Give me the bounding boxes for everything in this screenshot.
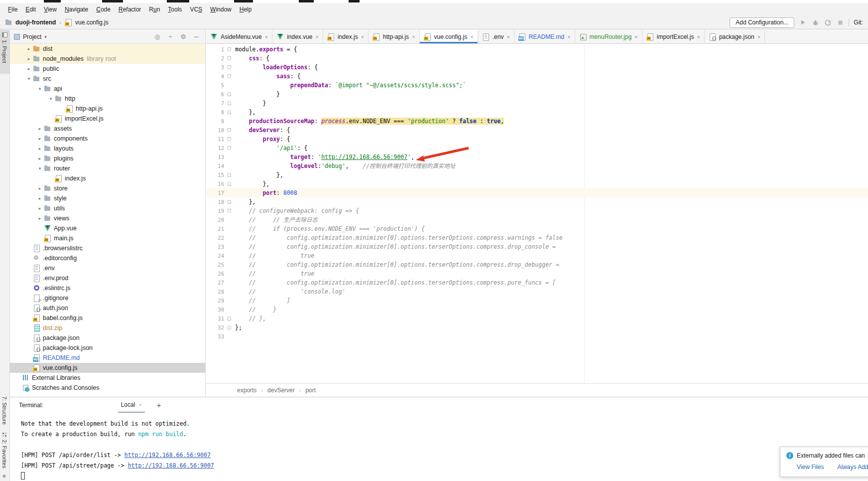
tree-chevron-icon[interactable]: ▸: [36, 196, 44, 201]
tree-chevron-icon[interactable]: ▸: [36, 216, 44, 221]
gear-icon[interactable]: ⚙: [178, 33, 188, 40]
tree-item-scratches-and-consoles[interactable]: Scratches and Consoles: [10, 383, 205, 393]
tab-importexcel-js[interactable]: importExcel.js×: [642, 30, 705, 43]
tab-close-icon[interactable]: ×: [634, 34, 637, 40]
debug-icon[interactable]: [811, 18, 819, 26]
tree-item-http[interactable]: ▾http: [10, 94, 205, 104]
tab-readme-md[interactable]: README.md×: [514, 30, 575, 43]
fold-marker-icon[interactable]: [224, 197, 234, 206]
tree-item-index-js[interactable]: index.js: [10, 173, 205, 183]
breadcrumb-exports[interactable]: exports: [237, 387, 256, 394]
tab-close-icon[interactable]: ×: [506, 34, 509, 40]
menu-file[interactable]: File: [4, 4, 21, 15]
chevron-down-icon[interactable]: ▾: [44, 34, 47, 39]
tree-item-views[interactable]: ▸views: [10, 213, 205, 223]
menu-run[interactable]: Run: [145, 4, 164, 15]
tab-index-vue[interactable]: index.vue×: [272, 30, 323, 43]
fold-marker-icon[interactable]: [224, 63, 234, 72]
breadcrumb-file[interactable]: vue.config.js: [75, 19, 109, 26]
tree-item-package-json[interactable]: package.json: [10, 333, 205, 343]
tree-item-http-api-js[interactable]: http-api.js: [10, 104, 205, 114]
tree-item-store[interactable]: ▸store: [10, 183, 205, 193]
tree-item-readme-md[interactable]: README.md: [10, 353, 205, 363]
tab-menurouter-jpg[interactable]: menuRouter.jpg×: [575, 30, 642, 43]
tree-chevron-icon[interactable]: ▸: [36, 156, 44, 161]
tree-chevron-icon[interactable]: ▾: [36, 166, 44, 171]
stop-icon[interactable]: [836, 18, 844, 26]
tree-item-layouts[interactable]: ▸layouts: [10, 144, 205, 154]
tree-item-assets[interactable]: ▸assets: [10, 124, 205, 134]
project-panel-title[interactable]: Project: [23, 33, 41, 40]
fold-marker-icon[interactable]: [224, 314, 234, 323]
tree-item-public[interactable]: ▸public: [10, 64, 205, 74]
tree-item-package-lock-json[interactable]: package-lock.json: [10, 343, 205, 353]
fold-marker-icon[interactable]: [224, 179, 234, 188]
tree-chevron-icon[interactable]: ▸: [36, 126, 44, 131]
fold-marker-icon[interactable]: [224, 135, 234, 144]
terminal-output[interactable]: Note that the development build is not o…: [10, 413, 868, 481]
tab-close-icon[interactable]: ×: [265, 34, 268, 40]
favorites-star-icon[interactable]: ★: [1, 473, 7, 480]
tree-chevron-icon[interactable]: ▸: [25, 56, 33, 61]
tree-item-dist[interactable]: ▸dist: [10, 44, 205, 54]
tree-item-plugins[interactable]: ▸plugins: [10, 154, 205, 163]
tree-item-app-vue[interactable]: App.vue: [10, 223, 205, 233]
tab-close-icon[interactable]: ×: [567, 34, 570, 40]
coverage-icon[interactable]: [824, 18, 832, 26]
tree-item-eslintrc-js[interactable]: .eslintrc.js: [10, 283, 205, 293]
fold-marker-icon[interactable]: [224, 323, 234, 332]
code-editor[interactable]: 1module.exports = {2 css: {3 loaderOptio…: [206, 44, 868, 383]
tree-chevron-icon[interactable]: ▾: [25, 76, 33, 81]
tab-close-icon[interactable]: ×: [316, 34, 319, 40]
breadcrumb-devserver[interactable]: devServer: [267, 387, 295, 394]
menu-navigate[interactable]: Navigate: [61, 4, 92, 15]
tree-item-gitignore[interactable]: .gitignore: [10, 293, 205, 303]
fold-marker-icon[interactable]: [224, 54, 234, 63]
stripe-favorites-label[interactable]: 2: Favorites: [1, 440, 7, 468]
tab-close-icon[interactable]: ×: [412, 34, 415, 40]
tree-chevron-icon[interactable]: ▸: [36, 186, 44, 191]
tree-chevron-icon[interactable]: ▸: [36, 136, 44, 141]
collapse-all-icon[interactable]: ÷: [165, 33, 175, 40]
terminal-link[interactable]: http://192.168.66.56:9007: [128, 462, 214, 469]
menu-window[interactable]: Window: [206, 4, 236, 15]
fold-marker-icon[interactable]: [224, 126, 234, 135]
tab-close-icon[interactable]: ×: [361, 34, 364, 40]
tree-item-external-libraries[interactable]: External Libraries: [10, 373, 205, 383]
fold-marker-icon[interactable]: [224, 170, 234, 179]
tree-chevron-icon[interactable]: ▸: [25, 46, 33, 51]
new-terminal-session-icon[interactable]: +: [157, 401, 161, 409]
tree-item-env[interactable]: .env: [10, 263, 205, 273]
tree-item-vue-config-js[interactable]: vue.config.js: [10, 363, 205, 373]
fold-marker-icon[interactable]: [224, 108, 234, 117]
run-icon[interactable]: [799, 18, 807, 26]
tree-item-api[interactable]: ▾api: [10, 84, 205, 94]
menu-vcs[interactable]: VCS: [186, 4, 206, 15]
add-configuration-button[interactable]: Add Configuration...: [730, 17, 794, 28]
tree-item-src[interactable]: ▾src: [10, 74, 205, 84]
tree-item-importexcel-js[interactable]: importExcel.js: [10, 114, 205, 124]
tree-chevron-icon[interactable]: ▸: [36, 206, 44, 211]
tree-item-babel-config-js[interactable]: babel.config.js: [10, 313, 205, 323]
tab-env[interactable]: .env×: [478, 30, 514, 43]
tab-http-api-js[interactable]: http-api.js×: [369, 30, 419, 43]
fold-marker-icon[interactable]: [224, 72, 234, 81]
menu-refactor[interactable]: Refactor: [115, 4, 145, 15]
fold-marker-icon[interactable]: [224, 206, 234, 215]
tree-chevron-icon[interactable]: ▾: [47, 96, 55, 101]
tab-close-icon[interactable]: ×: [757, 34, 760, 40]
menu-edit[interactable]: Edit: [21, 4, 40, 15]
fold-marker-icon[interactable]: [224, 99, 234, 108]
tab-close-icon[interactable]: ×: [697, 34, 700, 40]
tab-vue-config-js[interactable]: vue.config.js×: [420, 30, 478, 43]
hide-panel-icon[interactable]: ─: [191, 33, 201, 40]
menu-tools[interactable]: Tools: [164, 4, 186, 15]
menu-view[interactable]: View: [40, 4, 61, 15]
tree-item-style[interactable]: ▸style: [10, 193, 205, 203]
terminal-link[interactable]: http://192.168.66.56:9007: [124, 452, 211, 459]
tree-item-env-prod[interactable]: .env.prod: [10, 273, 205, 283]
tree-item-main-js[interactable]: main.js: [10, 233, 205, 243]
tree-item-router[interactable]: ▾router: [10, 163, 205, 173]
breadcrumb-project[interactable]: duoji-frontend: [15, 19, 56, 26]
stripe-structure-label[interactable]: 7: Structure: [1, 396, 7, 425]
